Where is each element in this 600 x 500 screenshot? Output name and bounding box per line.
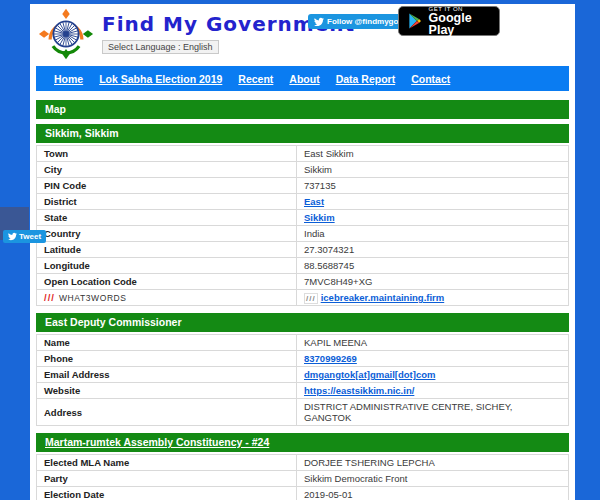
table-row: TownEast Sikkim: [37, 146, 569, 162]
row-value: KAPIL MEENA: [297, 335, 569, 351]
main-nav: HomeLok Sabha Election 2019RecentAboutDa…: [36, 66, 569, 91]
row-value: Sikkim Democratic Front: [297, 471, 569, 487]
chakra-compass-logo-icon: [38, 7, 94, 61]
row-label: Longitude: [37, 258, 297, 274]
site-header: Find My Government Select Language : Eng…: [30, 4, 575, 64]
google-play-badge[interactable]: GET IT ON Google Play: [398, 6, 500, 36]
row-label: Website: [37, 383, 297, 399]
value-link[interactable]: icebreaker.maintaining.firm: [321, 292, 445, 303]
row-label: District: [37, 194, 297, 210]
value-link[interactable]: dmgangtok[at]gmail[dot]com: [304, 369, 435, 380]
row-label: Election Date: [37, 487, 297, 500]
table-row: DistrictEast: [37, 194, 569, 210]
row-value: Sikkim: [297, 210, 569, 226]
row-label: Elected MLA Name: [37, 455, 297, 471]
table-row: Websitehttps://eastsikkim.nic.in/: [37, 383, 569, 399]
google-play-text: GET IT ON Google Play: [429, 6, 490, 36]
table-row: Latitude27.3074321: [37, 242, 569, 258]
nav-link-home[interactable]: Home: [54, 73, 83, 85]
row-label: ///WHAT3WORDS: [37, 290, 297, 306]
nav-link-about[interactable]: About: [289, 73, 319, 85]
table-row: CitySikkim: [37, 162, 569, 178]
table-row: AddressDISTRICT ADMINISTRATIVE CENTRE, S…: [37, 399, 569, 426]
row-value: 7MVC8H49+XG: [297, 274, 569, 290]
row-label: Open Location Code: [37, 274, 297, 290]
google-play-label: Google Play: [429, 12, 490, 36]
row-label: PIN Code: [37, 178, 297, 194]
twitter-bird-icon: [8, 232, 17, 241]
twitter-follow-label: Follow @findmygov: [327, 17, 403, 26]
tweet-button-label: Tweet: [19, 232, 41, 241]
what3words-icon: ///: [44, 292, 55, 303]
nav-link-lok-sabha-election-2019[interactable]: Lok Sabha Election 2019: [99, 73, 222, 85]
row-value: ///icebreaker.maintaining.firm: [297, 290, 569, 306]
twitter-bird-icon: [314, 17, 324, 27]
row-value: India: [297, 226, 569, 242]
twitter-follow-button[interactable]: Follow @findmygov: [308, 14, 409, 29]
row-label: City: [37, 162, 297, 178]
table-row: Elected MLA NameDORJEE TSHERING LEPCHA: [37, 455, 569, 471]
language-selector[interactable]: Select Language : English: [102, 40, 219, 54]
google-play-icon: [408, 12, 422, 30]
constituency-table: Elected MLA NameDORJEE TSHERING LEPCHAPa…: [36, 454, 569, 500]
row-value: DORJEE TSHERING LEPCHA: [297, 455, 569, 471]
row-label: Country: [37, 226, 297, 242]
row-value: https://eastsikkim.nic.in/: [297, 383, 569, 399]
row-label: State: [37, 210, 297, 226]
table-row: CountryIndia: [37, 226, 569, 242]
row-value: DISTRICT ADMINISTRATIVE CENTRE, SICHEY, …: [297, 399, 569, 426]
row-value: 737135: [297, 178, 569, 194]
constituency-section-header: Martam-rumtek Assembly Constituency - #2…: [36, 433, 569, 452]
value-link[interactable]: Sikkim: [304, 212, 335, 223]
table-row: Longitude88.5688745: [37, 258, 569, 274]
row-value: 2019-05-01: [297, 487, 569, 500]
row-value: 88.5688745: [297, 258, 569, 274]
location-section-header: Sikkim, Sikkim: [36, 124, 569, 143]
nav-link-recent[interactable]: Recent: [238, 73, 273, 85]
content-page: Find My Government Select Language : Eng…: [30, 4, 575, 500]
row-value: 27.3074321: [297, 242, 569, 258]
map-section-header: Map: [36, 100, 569, 119]
table-row: NameKAPIL MEENA: [37, 335, 569, 351]
row-value: 8370999269: [297, 351, 569, 367]
what3words-icon: ///: [304, 293, 318, 304]
row-value: Sikkim: [297, 162, 569, 178]
value-link[interactable]: 8370999269: [304, 353, 357, 364]
table-row: StateSikkim: [37, 210, 569, 226]
what3words-label: WHAT3WORDS: [59, 293, 127, 303]
nav-link-contact[interactable]: Contact: [411, 73, 450, 85]
row-label: Latitude: [37, 242, 297, 258]
table-row: Open Location Code7MVC8H49+XG: [37, 274, 569, 290]
row-label: Address: [37, 399, 297, 426]
row-value: East Sikkim: [297, 146, 569, 162]
tweet-button[interactable]: Tweet: [3, 230, 46, 243]
commissioner-section-header: East Deputy Commissioner: [36, 313, 569, 332]
row-label: Email Address: [37, 367, 297, 383]
row-label: Town: [37, 146, 297, 162]
row-value: East: [297, 194, 569, 210]
table-row: Election Date2019-05-01: [37, 487, 569, 500]
commissioner-table: NameKAPIL MEENAPhone8370999269Email Addr…: [36, 334, 569, 426]
site-logo[interactable]: [38, 7, 94, 61]
nav-link-data-report[interactable]: Data Report: [336, 73, 396, 85]
value-link[interactable]: https://eastsikkim.nic.in/: [304, 385, 414, 396]
row-label: Party: [37, 471, 297, 487]
row-label: Phone: [37, 351, 297, 367]
table-row: Phone8370999269: [37, 351, 569, 367]
row-label: Name: [37, 335, 297, 351]
table-row: Email Addressdmgangtok[at]gmail[dot]com: [37, 367, 569, 383]
location-table: TownEast SikkimCitySikkimPIN Code737135D…: [36, 145, 569, 306]
value-link[interactable]: East: [304, 196, 324, 207]
constituency-link[interactable]: Martam-rumtek Assembly Constituency - #2…: [45, 436, 269, 448]
table-row: PIN Code737135: [37, 178, 569, 194]
table-row: PartySikkim Democratic Front: [37, 471, 569, 487]
table-row: ///WHAT3WORDS///icebreaker.maintaining.f…: [37, 290, 569, 306]
row-value: dmgangtok[at]gmail[dot]com: [297, 367, 569, 383]
